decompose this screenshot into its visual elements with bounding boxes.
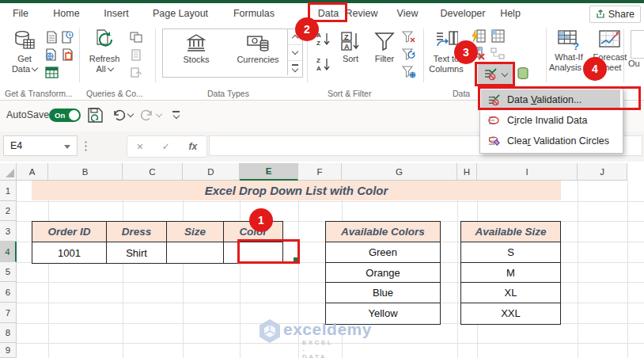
column-header-g[interactable]: G — [342, 163, 457, 181]
save-icon[interactable] — [87, 107, 104, 124]
name-box-value: E4 — [10, 140, 22, 151]
list-item[interactable]: XXL — [461, 303, 560, 324]
advanced-filter-icon[interactable] — [402, 65, 416, 79]
what-if-label: What-If — [555, 52, 582, 62]
autosave-label: AutoSave — [6, 109, 49, 120]
row-header-8[interactable]: 8 — [0, 323, 17, 343]
column-header-c[interactable]: C — [123, 163, 183, 181]
stocks-button[interactable]: Stocks — [172, 32, 220, 65]
column-header-b[interactable]: B — [48, 163, 123, 181]
cancel-icon[interactable]: × — [137, 140, 143, 153]
name-box-dropdown-icon[interactable] — [64, 145, 70, 149]
stocks-icon — [186, 32, 206, 53]
list-item[interactable]: Orange — [326, 263, 440, 284]
list-item[interactable]: Green — [326, 242, 440, 263]
order-table-header[interactable]: Order ID — [32, 222, 107, 242]
edit-links-icon[interactable] — [129, 65, 143, 79]
menu-item-circle-invalid-data[interactable]: Circle Invalid Data — [481, 110, 620, 131]
circle-invalid-data-icon — [487, 114, 500, 127]
order-table-header[interactable]: Size — [167, 222, 224, 242]
row-header-3[interactable]: 3 — [0, 221, 17, 242]
order-table-cell[interactable]: Shirt — [107, 242, 167, 263]
column-header-d[interactable]: D — [183, 163, 240, 181]
list-item[interactable]: S — [461, 242, 560, 263]
formula-bar-drag-handle[interactable] — [85, 140, 87, 152]
order-table-cell[interactable] — [167, 242, 224, 263]
filter-button[interactable]: Filter — [369, 30, 400, 64]
fx-icon[interactable]: fx — [188, 141, 197, 152]
tab-page-layout[interactable]: Page Layout — [150, 3, 211, 24]
share-button[interactable]: Share — [589, 6, 641, 23]
column-header-f[interactable]: F — [298, 163, 342, 181]
existing-connections-icon[interactable] — [60, 48, 74, 62]
enter-icon[interactable]: ✓ — [162, 141, 170, 152]
row-header-5[interactable]: 5 — [0, 262, 17, 282]
list-item[interactable]: Blue — [326, 283, 440, 303]
get-data-button[interactable]: Get Data — [6, 29, 43, 74]
sheet-colors_table-header[interactable]: Available Colors — [326, 222, 440, 242]
column-header-i[interactable]: I — [477, 163, 578, 181]
column-header-e[interactable]: E — [240, 163, 298, 181]
tab-file[interactable]: File — [6, 3, 35, 24]
clear-filter-icon[interactable] — [402, 30, 416, 44]
consolidate-icon[interactable] — [491, 29, 505, 43]
tab-home[interactable]: Home — [51, 3, 82, 24]
reapply-icon[interactable] — [402, 48, 416, 62]
tab-formulas[interactable]: Formulas — [227, 3, 281, 24]
step-circle-3: 3 — [454, 40, 478, 64]
recent-sources-icon[interactable] — [60, 30, 74, 44]
relationships-icon[interactable] — [491, 46, 505, 60]
queries-connections-icon[interactable] — [129, 30, 143, 44]
currencies-button[interactable]: Currencies — [229, 32, 286, 65]
filter-label: Filter — [375, 54, 394, 64]
row-header-2[interactable]: 2 — [0, 201, 17, 221]
select-all-corner[interactable] — [0, 163, 17, 181]
menu-item-clear-validation-circles[interactable]: Clear Validation Circles — [481, 131, 620, 151]
menu-item-label: Clear Validation Circles — [507, 135, 609, 147]
sheet-title-cell[interactable]: Excel Drop Down List with Color — [32, 181, 561, 200]
column-header-a[interactable]: A — [17, 163, 48, 181]
column-header-j[interactable]: J — [578, 163, 627, 181]
list-item[interactable]: M — [461, 263, 560, 284]
column-header-h[interactable]: H — [457, 163, 477, 181]
list-item[interactable]: XL — [461, 283, 560, 303]
annotation-box-e4 — [237, 239, 300, 264]
menu-item-label: Circle Invalid Data — [507, 115, 587, 126]
flash-fill-icon[interactable] — [472, 29, 486, 43]
sheet-size_table-header[interactable]: Available Size — [461, 222, 560, 242]
filter-icon — [373, 30, 396, 52]
properties-icon[interactable] — [129, 48, 143, 62]
name-box[interactable]: E4 — [3, 135, 78, 156]
sort-button[interactable]: ZA Sort — [335, 30, 366, 64]
gallery-scroll-down[interactable] — [288, 45, 302, 61]
autosave-toggle[interactable]: On — [49, 109, 81, 122]
autosave-state: On — [55, 111, 65, 120]
step-circle-2: 2 — [295, 17, 319, 41]
worksheet: ABCDEFGHIJ 123456789 exceldemy EXCEL - D… — [0, 162, 644, 358]
from-table-icon[interactable] — [44, 65, 59, 79]
sheet-title-text: Excel Drop Down List with Color — [205, 184, 388, 197]
data-model-icon[interactable] — [516, 66, 530, 80]
row-header-1[interactable]: 1 — [0, 181, 17, 201]
tab-help[interactable]: Help — [494, 3, 526, 24]
undo-button[interactable] — [112, 108, 133, 122]
row-header-7[interactable]: 7 — [0, 303, 17, 323]
gallery-more-button[interactable] — [288, 61, 302, 76]
tab-insert[interactable]: Insert — [100, 3, 132, 24]
order-table-cell[interactable]: 1001 — [32, 242, 107, 263]
row-header-6[interactable]: 6 — [0, 282, 17, 303]
tab-view[interactable]: View — [391, 3, 424, 24]
from-text-icon[interactable] — [44, 30, 59, 44]
row-header-4[interactable]: 4 — [0, 242, 17, 262]
chevron-down-icon — [107, 65, 113, 71]
tab-developer[interactable]: Developer — [434, 3, 491, 24]
redo-button[interactable] — [140, 108, 161, 122]
tab-review[interactable]: Review — [343, 3, 380, 24]
sort-za-icon[interactable]: ZA — [315, 57, 332, 71]
customize-qat-icon[interactable] — [172, 111, 180, 118]
refresh-all-button[interactable]: Refresh All — [84, 29, 125, 74]
order-table-header[interactable]: Dress — [107, 222, 167, 242]
toggle-knob — [69, 110, 79, 120]
from-web-icon[interactable] — [44, 48, 59, 62]
row-header-9[interactable]: 9 — [0, 343, 17, 358]
